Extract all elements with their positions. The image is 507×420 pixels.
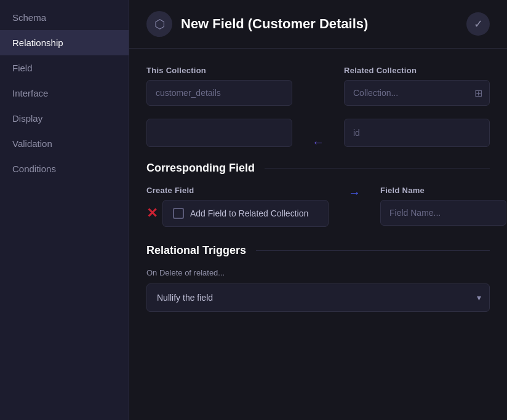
sidebar-item-schema[interactable]: Schema xyxy=(0,5,129,30)
relational-triggers-heading: Relational Triggers xyxy=(146,244,490,257)
sidebar-item-field[interactable]: Field xyxy=(0,55,129,81)
collection-row: This Collection Related Collection ⊞ xyxy=(146,66,490,106)
corresponding-field-title: Corresponding Field xyxy=(146,162,255,175)
sidebar-label-validation: Validation xyxy=(12,138,52,149)
field-name-input[interactable] xyxy=(380,200,506,226)
sidebar-label-relationship: Relationship xyxy=(12,38,63,48)
header-left: ⬡ New Field (Customer Details) xyxy=(146,11,368,37)
related-collection-input-wrap: ⊞ xyxy=(344,80,490,106)
on-delete-select-wrap: Nullify the field Delete record Set defa… xyxy=(146,283,490,312)
arrow-right-icon: → xyxy=(348,186,361,200)
add-field-checkbox-label[interactable]: Add Field to Related Collection xyxy=(162,200,329,227)
content-area: This Collection Related Collection ⊞ xyxy=(129,49,507,420)
sidebar-label-interface: Interface xyxy=(12,88,48,98)
corresponding-field-heading: Corresponding Field xyxy=(146,162,490,175)
main-panel: ⬡ New Field (Customer Details) ✓ This Co… xyxy=(129,0,507,420)
related-collection-label: Related Collection xyxy=(344,66,490,75)
create-field-columns: Create Field ✕ Add Field to Related Coll… xyxy=(146,186,490,227)
sidebar-item-display[interactable]: Display xyxy=(0,106,129,131)
field-type-icon: ⬡ xyxy=(146,11,172,37)
sidebar-item-interface[interactable]: Interface xyxy=(0,81,129,106)
field-linkage-row: ← xyxy=(146,116,490,149)
add-field-checkbox-text: Add Field to Related Collection xyxy=(190,208,308,218)
field-arrow-connector: ← xyxy=(307,116,329,149)
on-delete-label: On Delete of related... xyxy=(146,268,490,277)
this-collection-input[interactable] xyxy=(146,80,292,106)
header: ⬡ New Field (Customer Details) ✓ xyxy=(129,0,507,49)
create-field-label: Create Field xyxy=(146,186,329,195)
related-field-input[interactable] xyxy=(344,119,490,147)
sidebar-item-relationship[interactable]: Relationship xyxy=(0,30,129,55)
sidebar-label-conditions: Conditions xyxy=(12,164,56,174)
sidebar-label-schema: Schema xyxy=(12,12,46,23)
field-name-label: Field Name xyxy=(380,186,506,195)
collection-picker-icon[interactable]: ⊞ xyxy=(474,87,482,99)
check-icon: ✓ xyxy=(474,17,483,31)
sidebar-label-field: Field xyxy=(12,63,33,73)
this-collection-group: This Collection xyxy=(146,66,292,106)
this-collection-label: This Collection xyxy=(146,66,292,75)
section-divider-2 xyxy=(256,250,490,251)
related-collection-input[interactable] xyxy=(344,80,490,106)
create-field-col: Create Field ✕ Add Field to Related Coll… xyxy=(146,186,329,227)
add-field-checkbox[interactable] xyxy=(173,208,184,219)
field-name-col: Field Name xyxy=(380,186,506,226)
sidebar-item-conditions[interactable]: Conditions xyxy=(0,156,129,181)
this-field-group xyxy=(146,119,292,147)
related-field-group xyxy=(344,119,490,147)
confirm-button[interactable]: ✓ xyxy=(466,12,490,36)
cube-icon: ⬡ xyxy=(154,17,165,31)
sidebar-label-display: Display xyxy=(12,113,42,124)
on-delete-select[interactable]: Nullify the field Delete record Set defa… xyxy=(146,283,490,312)
section-divider-1 xyxy=(265,168,490,168)
create-field-row: ✕ Add Field to Related Collection xyxy=(146,200,329,227)
sidebar: Schema Relationship Field Interface Disp… xyxy=(0,0,129,420)
related-collection-group: Related Collection ⊞ xyxy=(344,66,490,106)
this-field-input[interactable] xyxy=(146,119,292,147)
arrow-left-icon: ← xyxy=(312,135,324,149)
page-title: New Field (Customer Details) xyxy=(181,16,368,32)
x-mark-icon: ✕ xyxy=(146,205,158,221)
sidebar-item-validation[interactable]: Validation xyxy=(0,131,129,156)
relational-triggers-title: Relational Triggers xyxy=(146,244,246,257)
